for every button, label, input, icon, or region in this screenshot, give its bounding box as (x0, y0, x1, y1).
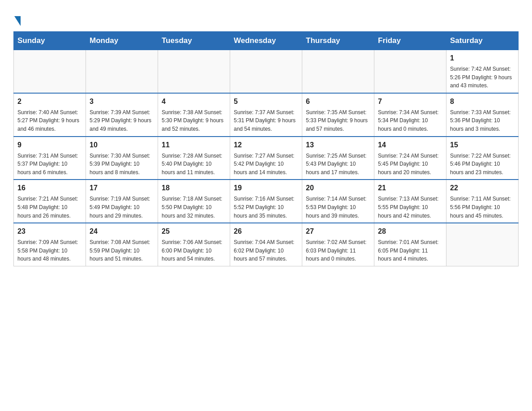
day-number: 23 (17, 226, 82, 237)
day-info: Sunrise: 7:42 AM Sunset: 5:26 PM Dayligh… (450, 65, 515, 90)
calendar-cell (158, 50, 230, 93)
calendar-cell: 3Sunrise: 7:39 AM Sunset: 5:29 PM Daylig… (86, 93, 158, 137)
calendar-cell: 23Sunrise: 7:09 AM Sunset: 5:58 PM Dayli… (14, 223, 86, 266)
calendar-cell: 19Sunrise: 7:16 AM Sunset: 5:52 PM Dayli… (230, 180, 302, 223)
calendar-week-1: 1Sunrise: 7:42 AM Sunset: 5:26 PM Daylig… (14, 50, 519, 93)
calendar-week-3: 9Sunrise: 7:31 AM Sunset: 5:37 PM Daylig… (14, 137, 519, 180)
day-info: Sunrise: 7:02 AM Sunset: 6:03 PM Dayligh… (306, 238, 370, 263)
logo (13, 13, 21, 27)
day-info: Sunrise: 7:28 AM Sunset: 5:40 PM Dayligh… (162, 152, 226, 177)
calendar-cell: 7Sunrise: 7:34 AM Sunset: 5:34 PM Daylig… (374, 93, 446, 137)
day-info: Sunrise: 7:04 AM Sunset: 6:02 PM Dayligh… (234, 238, 298, 263)
day-number: 3 (90, 96, 154, 107)
calendar-cell: 24Sunrise: 7:08 AM Sunset: 5:59 PM Dayli… (86, 223, 158, 266)
calendar-cell: 27Sunrise: 7:02 AM Sunset: 6:03 PM Dayli… (302, 223, 374, 266)
day-number: 28 (378, 226, 442, 237)
calendar-cell: 14Sunrise: 7:24 AM Sunset: 5:45 PM Dayli… (374, 137, 446, 180)
day-info: Sunrise: 7:35 AM Sunset: 5:33 PM Dayligh… (306, 108, 370, 133)
calendar-cell: 4Sunrise: 7:38 AM Sunset: 5:30 PM Daylig… (158, 93, 230, 137)
day-number: 6 (306, 96, 370, 107)
calendar-cell: 11Sunrise: 7:28 AM Sunset: 5:40 PM Dayli… (158, 137, 230, 180)
day-number: 4 (162, 96, 226, 107)
day-info: Sunrise: 7:30 AM Sunset: 5:39 PM Dayligh… (90, 152, 154, 177)
day-info: Sunrise: 7:19 AM Sunset: 5:49 PM Dayligh… (90, 195, 154, 220)
calendar-cell: 18Sunrise: 7:18 AM Sunset: 5:50 PM Dayli… (158, 180, 230, 223)
calendar-week-5: 23Sunrise: 7:09 AM Sunset: 5:58 PM Dayli… (14, 223, 519, 266)
calendar-cell: 25Sunrise: 7:06 AM Sunset: 6:00 PM Dayli… (158, 223, 230, 266)
calendar-cell (14, 50, 86, 93)
day-info: Sunrise: 7:22 AM Sunset: 5:46 PM Dayligh… (450, 152, 515, 177)
day-number: 1 (450, 53, 515, 64)
day-info: Sunrise: 7:14 AM Sunset: 5:53 PM Dayligh… (306, 195, 370, 220)
day-number: 14 (378, 140, 442, 150)
page-header (13, 9, 519, 27)
day-info: Sunrise: 7:18 AM Sunset: 5:50 PM Dayligh… (162, 195, 226, 220)
calendar-cell: 9Sunrise: 7:31 AM Sunset: 5:37 PM Daylig… (14, 137, 86, 180)
calendar-cell (302, 50, 374, 93)
day-number: 12 (234, 140, 298, 150)
day-info: Sunrise: 7:40 AM Sunset: 5:27 PM Dayligh… (17, 108, 82, 133)
day-info: Sunrise: 7:37 AM Sunset: 5:31 PM Dayligh… (234, 108, 298, 133)
day-number: 27 (306, 226, 370, 237)
day-info: Sunrise: 7:24 AM Sunset: 5:45 PM Dayligh… (378, 152, 442, 177)
day-number: 16 (17, 183, 82, 193)
calendar-cell (230, 50, 302, 93)
day-info: Sunrise: 7:08 AM Sunset: 5:59 PM Dayligh… (90, 238, 154, 263)
day-info: Sunrise: 7:33 AM Sunset: 5:36 PM Dayligh… (450, 108, 515, 133)
calendar-cell: 6Sunrise: 7:35 AM Sunset: 5:33 PM Daylig… (302, 93, 374, 137)
day-number: 17 (90, 183, 154, 193)
calendar-week-2: 2Sunrise: 7:40 AM Sunset: 5:27 PM Daylig… (14, 93, 519, 137)
day-number: 19 (234, 183, 298, 193)
weekday-header-thursday: Thursday (302, 32, 374, 50)
day-number: 20 (306, 183, 370, 193)
day-number: 24 (90, 226, 154, 237)
weekday-header-friday: Friday (374, 32, 446, 50)
weekday-header-monday: Monday (86, 32, 158, 50)
day-info: Sunrise: 7:27 AM Sunset: 5:42 PM Dayligh… (234, 152, 298, 177)
day-info: Sunrise: 7:13 AM Sunset: 5:55 PM Dayligh… (378, 195, 442, 220)
weekday-header-tuesday: Tuesday (158, 32, 230, 50)
day-info: Sunrise: 7:01 AM Sunset: 6:05 PM Dayligh… (378, 238, 442, 263)
day-number: 13 (306, 140, 370, 150)
calendar-cell: 16Sunrise: 7:21 AM Sunset: 5:48 PM Dayli… (14, 180, 86, 223)
calendar-cell: 22Sunrise: 7:11 AM Sunset: 5:56 PM Dayli… (446, 180, 519, 223)
calendar-cell: 5Sunrise: 7:37 AM Sunset: 5:31 PM Daylig… (230, 93, 302, 137)
calendar-week-4: 16Sunrise: 7:21 AM Sunset: 5:48 PM Dayli… (14, 180, 519, 223)
day-number: 2 (17, 96, 82, 107)
weekday-header-wednesday: Wednesday (230, 32, 302, 50)
calendar-cell: 8Sunrise: 7:33 AM Sunset: 5:36 PM Daylig… (446, 93, 519, 137)
calendar-cell: 2Sunrise: 7:40 AM Sunset: 5:27 PM Daylig… (14, 93, 86, 137)
day-info: Sunrise: 7:25 AM Sunset: 5:43 PM Dayligh… (306, 152, 370, 177)
logo-arrow-icon (14, 16, 21, 26)
day-info: Sunrise: 7:38 AM Sunset: 5:30 PM Dayligh… (162, 108, 226, 133)
calendar-cell: 28Sunrise: 7:01 AM Sunset: 6:05 PM Dayli… (374, 223, 446, 266)
day-info: Sunrise: 7:21 AM Sunset: 5:48 PM Dayligh… (17, 195, 82, 220)
day-info: Sunrise: 7:39 AM Sunset: 5:29 PM Dayligh… (90, 108, 154, 133)
day-info: Sunrise: 7:16 AM Sunset: 5:52 PM Dayligh… (234, 195, 298, 220)
calendar-table: SundayMondayTuesdayWednesdayThursdayFrid… (13, 31, 519, 266)
day-number: 25 (162, 226, 226, 237)
calendar-cell: 13Sunrise: 7:25 AM Sunset: 5:43 PM Dayli… (302, 137, 374, 180)
day-number: 7 (378, 96, 442, 107)
weekday-header-row: SundayMondayTuesdayWednesdayThursdayFrid… (14, 32, 519, 50)
day-number: 9 (17, 140, 82, 150)
calendar-cell (86, 50, 158, 93)
day-info: Sunrise: 7:11 AM Sunset: 5:56 PM Dayligh… (450, 195, 515, 220)
weekday-header-saturday: Saturday (446, 32, 519, 50)
day-info: Sunrise: 7:31 AM Sunset: 5:37 PM Dayligh… (17, 152, 82, 177)
day-number: 18 (162, 183, 226, 193)
calendar-cell (446, 223, 519, 266)
calendar-cell: 1Sunrise: 7:42 AM Sunset: 5:26 PM Daylig… (446, 50, 519, 93)
calendar-cell: 20Sunrise: 7:14 AM Sunset: 5:53 PM Dayli… (302, 180, 374, 223)
calendar-cell (374, 50, 446, 93)
calendar-cell: 26Sunrise: 7:04 AM Sunset: 6:02 PM Dayli… (230, 223, 302, 266)
calendar-cell: 17Sunrise: 7:19 AM Sunset: 5:49 PM Dayli… (86, 180, 158, 223)
day-number: 11 (162, 140, 226, 150)
calendar-cell: 10Sunrise: 7:30 AM Sunset: 5:39 PM Dayli… (86, 137, 158, 180)
day-number: 8 (450, 96, 515, 107)
day-number: 10 (90, 140, 154, 150)
calendar-cell: 21Sunrise: 7:13 AM Sunset: 5:55 PM Dayli… (374, 180, 446, 223)
day-info: Sunrise: 7:09 AM Sunset: 5:58 PM Dayligh… (17, 238, 82, 263)
day-info: Sunrise: 7:34 AM Sunset: 5:34 PM Dayligh… (378, 108, 442, 133)
day-number: 26 (234, 226, 298, 237)
